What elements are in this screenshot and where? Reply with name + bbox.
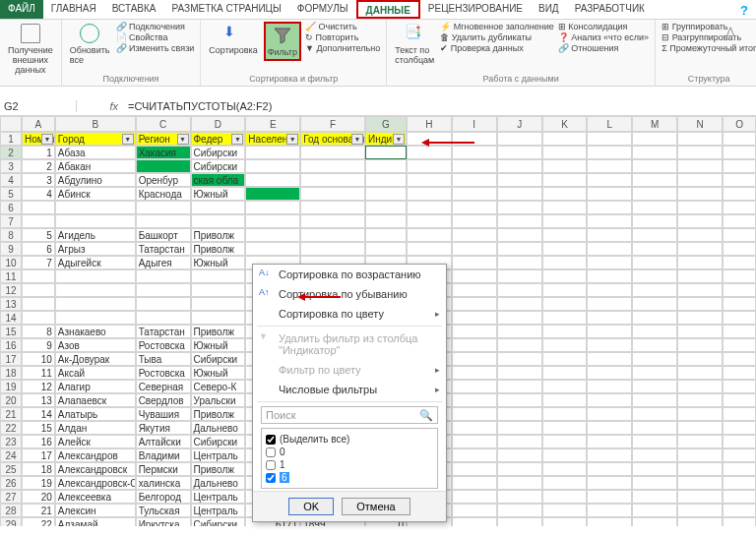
- flash-fill-button[interactable]: ⚡ Мгновенное заполнение: [440, 22, 553, 31]
- cell[interactable]: [677, 407, 723, 421]
- cell[interactable]: [497, 352, 542, 366]
- help-icon[interactable]: ?: [740, 3, 748, 18]
- cell[interactable]: Дальнево: [191, 476, 246, 490]
- cell[interactable]: [452, 173, 497, 187]
- cell[interactable]: [191, 311, 246, 325]
- cell[interactable]: [407, 228, 452, 242]
- cell[interactable]: [677, 490, 723, 504]
- row-header[interactable]: 7: [0, 214, 22, 228]
- cell[interactable]: Чувашия: [136, 407, 191, 421]
- cell[interactable]: Иркутска: [136, 517, 191, 526]
- cell[interactable]: [632, 187, 677, 201]
- row-header[interactable]: 27: [0, 490, 22, 504]
- cell[interactable]: [55, 283, 136, 297]
- cell[interactable]: [497, 187, 542, 201]
- cell[interactable]: [723, 256, 756, 269]
- cell[interactable]: [22, 201, 55, 214]
- filter-option-0[interactable]: 0: [266, 446, 433, 458]
- filter-dropdown-icon[interactable]: ▼: [231, 134, 243, 145]
- cell[interactable]: [191, 201, 246, 214]
- cell[interactable]: [587, 366, 632, 380]
- header-cell[interactable]: Регион▼: [136, 132, 191, 146]
- tab-insert[interactable]: ВСТАВКА: [104, 0, 164, 19]
- cell[interactable]: [300, 228, 365, 242]
- cell[interactable]: [497, 435, 542, 448]
- cell[interactable]: Южный: [191, 256, 246, 269]
- cell[interactable]: [677, 352, 723, 366]
- cell[interactable]: 21: [22, 504, 55, 517]
- row-header[interactable]: 8: [0, 228, 22, 242]
- remove-duplicates-button[interactable]: 🗑 Удалить дубликаты: [440, 32, 553, 42]
- cell[interactable]: [677, 311, 723, 325]
- cell[interactable]: Агрыз: [55, 242, 136, 256]
- cell[interactable]: ская обла: [191, 173, 246, 187]
- cell[interactable]: [245, 201, 300, 214]
- cell[interactable]: [497, 338, 542, 352]
- cell[interactable]: Северная: [136, 380, 191, 393]
- data-validation-button[interactable]: ✔ Проверка данных: [440, 43, 553, 53]
- cell[interactable]: Централь: [191, 504, 246, 517]
- cell[interactable]: Абаза: [55, 146, 136, 159]
- row-header[interactable]: 10: [0, 256, 22, 269]
- cell[interactable]: [542, 517, 588, 526]
- cell[interactable]: Алексин: [55, 504, 136, 517]
- cell[interactable]: [542, 504, 588, 517]
- cell[interactable]: [452, 435, 497, 448]
- cell[interactable]: Приволж: [191, 325, 246, 338]
- cell[interactable]: 19: [22, 476, 55, 490]
- cell[interactable]: [407, 159, 452, 173]
- cell[interactable]: [677, 201, 723, 214]
- cell[interactable]: [300, 242, 365, 256]
- row-header[interactable]: 3: [0, 159, 22, 173]
- cell[interactable]: [497, 201, 542, 214]
- cell[interactable]: Александровск: [55, 462, 136, 476]
- consolidate-button[interactable]: ⊞ Консолидация: [558, 22, 649, 31]
- cell[interactable]: Якутия: [136, 421, 191, 435]
- cell[interactable]: [587, 242, 632, 256]
- cell[interactable]: [407, 146, 452, 159]
- cell[interactable]: [632, 269, 677, 283]
- cell[interactable]: [632, 132, 677, 146]
- header-cell[interactable]: Федер▼: [191, 132, 246, 146]
- cell[interactable]: [632, 407, 677, 421]
- cell[interactable]: [497, 448, 542, 462]
- header-cell[interactable]: Население▼: [245, 132, 300, 146]
- tab-home[interactable]: ГЛАВНАЯ: [43, 0, 104, 19]
- cell[interactable]: [542, 242, 588, 256]
- tab-review[interactable]: РЕЦЕНЗИРОВАНИЕ: [420, 0, 531, 19]
- cell[interactable]: [452, 228, 497, 242]
- cell[interactable]: [587, 297, 632, 311]
- cell[interactable]: 13: [22, 393, 55, 407]
- cell[interactable]: [542, 490, 588, 504]
- refresh-all-button[interactable]: Обновить все: [68, 22, 112, 67]
- cell[interactable]: [497, 393, 542, 407]
- cell[interactable]: [632, 380, 677, 393]
- tab-data[interactable]: ДАННЫЕ: [356, 0, 420, 19]
- cell[interactable]: [191, 269, 246, 283]
- cell[interactable]: [22, 269, 55, 283]
- cell[interactable]: [497, 173, 542, 187]
- cell[interactable]: [587, 173, 632, 187]
- cell[interactable]: [723, 132, 756, 146]
- row-header[interactable]: 9: [0, 242, 22, 256]
- cell[interactable]: 12: [22, 380, 55, 393]
- cell[interactable]: [365, 173, 407, 187]
- row-header[interactable]: 25: [0, 462, 22, 476]
- cell[interactable]: [542, 159, 588, 173]
- cell[interactable]: [677, 269, 723, 283]
- cell[interactable]: Владими: [136, 448, 191, 462]
- cell[interactable]: [191, 214, 246, 228]
- cell[interactable]: [452, 352, 497, 366]
- cell[interactable]: [497, 517, 542, 526]
- cell[interactable]: [245, 214, 300, 228]
- cell[interactable]: [677, 421, 723, 435]
- cell[interactable]: [497, 504, 542, 517]
- cell[interactable]: Сибирски: [191, 435, 246, 448]
- sort-color-item[interactable]: Сортировка по цвету▸: [253, 304, 446, 324]
- cell[interactable]: Централь: [191, 448, 246, 462]
- cell[interactable]: [587, 407, 632, 421]
- col-header-N[interactable]: N: [677, 116, 723, 132]
- properties-button[interactable]: 📄 Свойства: [116, 32, 195, 42]
- cell[interactable]: [587, 228, 632, 242]
- cell[interactable]: [723, 380, 756, 393]
